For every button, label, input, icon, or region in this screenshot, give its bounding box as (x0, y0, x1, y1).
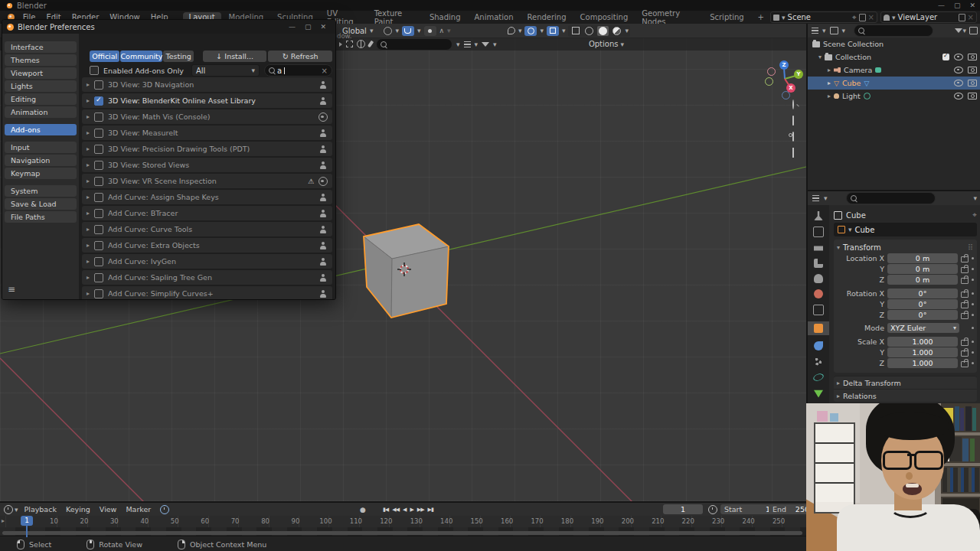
expand-icon[interactable] (87, 258, 90, 265)
sidebar-item[interactable]: System (5, 185, 77, 197)
tab-particles-icon[interactable] (814, 357, 823, 366)
install-addon-button[interactable]: Install... (203, 51, 267, 62)
sidebar-item[interactable]: Animation (5, 106, 77, 118)
rotation-mode-dropdown[interactable]: XYZ Euler (887, 323, 959, 333)
animate-dot-icon[interactable] (972, 314, 974, 316)
tab-world-icon[interactable] (814, 289, 823, 298)
value-field[interactable]: 1.000 (887, 347, 958, 357)
expand-icon[interactable] (828, 80, 831, 86)
maximize-window-icon[interactable]: ▢ (300, 23, 316, 31)
tab-scene-icon[interactable] (814, 274, 823, 283)
current-frame-field[interactable]: 1 (663, 504, 703, 514)
snap-magnet-icon[interactable] (402, 26, 414, 36)
outliner-search-input[interactable] (854, 24, 933, 37)
value-field[interactable]: 0° (887, 299, 958, 309)
tab-physics-icon[interactable] (812, 373, 825, 383)
gizmo-toggle-icon[interactable] (508, 27, 515, 34)
playhead[interactable]: 1 (21, 516, 33, 526)
perspective-toggle-icon[interactable] (792, 148, 803, 159)
refresh-addons-button[interactable]: Refresh (268, 51, 332, 62)
addon-enable-checkbox[interactable] (94, 96, 103, 106)
shading-wireframe-icon[interactable] (570, 26, 581, 36)
sidebar-item[interactable]: Save & Load (5, 198, 77, 210)
shading-material-icon[interactable] (597, 26, 609, 36)
play-icon[interactable] (408, 505, 414, 514)
hide-eye-icon[interactable] (954, 93, 963, 99)
addon-enable-checkbox[interactable] (94, 80, 103, 90)
tab-render-icon[interactable] (813, 227, 824, 237)
unlink-scene-icon[interactable] (868, 13, 874, 21)
preferences-menu-icon[interactable] (8, 284, 15, 295)
drag-handle-icon[interactable]: ⠿ (968, 243, 974, 252)
animate-dot-icon[interactable] (972, 268, 974, 270)
addon-row[interactable]: 3D View: Stored Views (82, 158, 332, 172)
chevron-down-icon[interactable] (456, 41, 460, 48)
outliner-row-light[interactable]: Light (808, 90, 980, 103)
lock-icon[interactable] (961, 350, 969, 357)
outliner-row-scene-collection[interactable]: Scene Collection (808, 37, 980, 51)
addon-enable-checkbox[interactable] (94, 145, 103, 154)
timeline-menu-item[interactable]: Marker (121, 505, 155, 514)
animate-dot-icon[interactable] (972, 303, 974, 305)
addon-enable-checkbox[interactable] (94, 177, 103, 186)
brush-icon[interactable] (368, 41, 374, 48)
pivot-point-icon[interactable] (384, 27, 392, 35)
maximize-window-icon[interactable]: ▢ (949, 2, 965, 9)
tab-modifiers-icon[interactable] (814, 341, 823, 350)
tab-object-active[interactable] (808, 321, 829, 335)
addon-enable-checkbox[interactable] (94, 112, 103, 122)
addon-enable-checkbox[interactable] (94, 273, 103, 282)
addon-row[interactable]: Add Curve: Assign Shape Keys (82, 190, 332, 204)
gizmo-z-axis[interactable]: Z (779, 60, 789, 70)
default-cube[interactable] (364, 224, 449, 318)
sidebar-item[interactable]: Input (5, 142, 77, 153)
sidebar-item[interactable]: Themes (5, 54, 77, 66)
list-display-icon[interactable] (464, 41, 471, 47)
new-viewlayer-icon[interactable] (959, 14, 965, 21)
overlays-toggle-icon[interactable] (524, 26, 537, 36)
addon-enable-checkbox[interactable] (94, 241, 103, 250)
chevron-down-icon[interactable] (417, 27, 421, 34)
addon-row[interactable]: Add Curve: BTracer (82, 206, 332, 220)
new-scene-icon[interactable] (859, 14, 866, 21)
addon-row[interactable]: 3D View: MeasureIt (82, 126, 332, 140)
animate-dot-icon[interactable] (972, 327, 974, 329)
addon-search-input[interactable]: a (264, 64, 332, 77)
render-visibility-icon[interactable] (968, 80, 977, 86)
workspace-tab[interactable]: Shading (423, 12, 467, 22)
animate-dot-icon[interactable] (972, 279, 974, 281)
value-field[interactable]: 0 m (887, 264, 958, 274)
expand-icon[interactable] (87, 226, 90, 233)
chevron-down-icon[interactable] (370, 27, 374, 34)
gizmo-neg-y-axis[interactable] (765, 77, 773, 86)
workspace-tab[interactable]: Compositing (574, 12, 635, 22)
value-field[interactable]: 0 m (887, 275, 958, 285)
proportional-editing-icon[interactable] (424, 26, 436, 36)
falloff-curve-icon[interactable]: ∧ (439, 27, 445, 34)
jump-to-end-icon[interactable] (426, 505, 435, 514)
render-visibility-icon[interactable] (968, 93, 977, 99)
hide-eye-icon[interactable] (954, 80, 963, 86)
sidebar-item[interactable]: File Paths (5, 211, 77, 223)
support-tab[interactable]: Official (90, 51, 119, 62)
addon-enable-checkbox[interactable] (94, 257, 103, 266)
chevron-down-icon[interactable] (842, 27, 846, 34)
minimize-window-icon[interactable]: — (933, 2, 949, 9)
value-field[interactable]: 0° (887, 289, 958, 298)
chevron-down-icon[interactable] (973, 194, 977, 202)
chevron-down-icon[interactable] (493, 41, 497, 48)
keying-clock-icon[interactable] (708, 505, 717, 514)
support-tab[interactable]: Testing (163, 51, 193, 62)
transform-panel-header[interactable]: Transform ⠿ (837, 242, 974, 253)
remove-viewlayer-icon[interactable] (968, 13, 974, 21)
addon-row[interactable]: Add Curve: Extra Objects (82, 238, 332, 253)
timeline-menu-item[interactable]: Keying (61, 505, 95, 514)
addon-enable-checkbox[interactable] (94, 161, 103, 170)
addon-row[interactable]: 3D View: Precision Drawing Tools (PDT) (82, 142, 332, 156)
relations-panel[interactable]: Relations (834, 389, 977, 402)
animate-dot-icon[interactable] (972, 351, 974, 354)
lock-icon[interactable] (961, 302, 969, 308)
addon-row[interactable]: 3D View: BlenderKit Online Asset Library (82, 93, 332, 108)
value-field[interactable]: 1.000 (887, 358, 958, 368)
render-visibility-icon[interactable] (968, 54, 977, 60)
